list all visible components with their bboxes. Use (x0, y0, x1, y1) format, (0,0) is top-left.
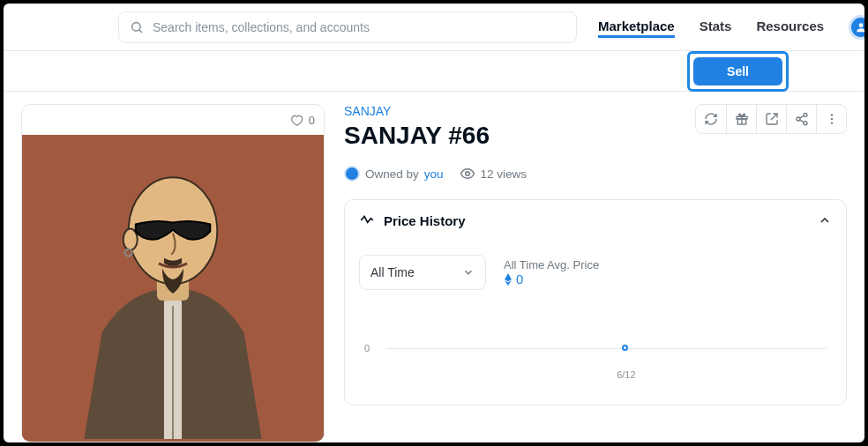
avg-price-value: 0 (504, 271, 599, 286)
owned-by-chip: Owned by you (344, 166, 444, 182)
svg-point-17 (830, 122, 832, 123)
item-title: SANJAY #66 (344, 122, 490, 150)
price-history-header[interactable]: Price History (345, 200, 846, 241)
gift-icon (735, 112, 749, 126)
profile-avatar[interactable] (849, 15, 864, 40)
nav-stats[interactable]: Stats (700, 19, 732, 35)
avg-price-number: 0 (516, 271, 523, 286)
chart-axis (385, 348, 827, 349)
owned-by-label: Owned by (365, 167, 419, 181)
main-content: 0 (4, 92, 864, 442)
collection-link[interactable]: SANJAY (344, 104, 490, 118)
owner-link[interactable]: you (424, 167, 444, 181)
external-link-icon (765, 112, 779, 126)
svg-point-2 (859, 23, 864, 27)
price-history-title: Price History (384, 213, 466, 228)
refresh-icon (704, 112, 718, 126)
time-range-value: All Time (370, 265, 415, 279)
avg-price-block: All Time Avg. Price 0 (504, 258, 599, 286)
profile-icon (855, 21, 864, 33)
nft-media-card: 0 (21, 104, 325, 442)
top-header: Marketplace Stats Resources (4, 4, 864, 51)
sell-button[interactable]: Sell (693, 57, 782, 85)
item-details: SANJAY SANJAY #66 Owned by you (344, 104, 847, 442)
chevron-up-icon (818, 213, 832, 227)
chart-x-tick: 6/12 (617, 369, 635, 380)
price-history-body: All Time All Time Avg. Price 0 0 (345, 241, 846, 405)
transfer-button[interactable] (726, 105, 756, 133)
views-chip: 12 views (460, 166, 528, 182)
nav-resources[interactable]: Resources (756, 19, 824, 35)
heart-icon[interactable] (289, 113, 303, 127)
svg-point-15 (830, 114, 832, 115)
svg-line-1 (139, 30, 142, 33)
favorite-count: 0 (309, 114, 315, 127)
svg-point-16 (830, 118, 832, 120)
svg-point-18 (465, 172, 469, 176)
owner-avatar-icon (344, 166, 360, 182)
time-range-select[interactable]: All Time (359, 255, 486, 290)
price-history-chart: 0 6/12 (364, 301, 832, 398)
external-link-button[interactable] (756, 105, 786, 133)
nav-marketplace[interactable]: Marketplace (598, 16, 675, 38)
eth-icon (504, 273, 513, 286)
top-nav: Marketplace Stats Resources (598, 15, 864, 40)
nft-artwork (22, 135, 324, 442)
more-button[interactable] (816, 105, 846, 133)
svg-point-14 (804, 122, 807, 125)
chart-y-tick: 0 (364, 343, 370, 353)
views-count: 12 views (481, 167, 528, 181)
item-action-toolbar (695, 104, 847, 134)
chevron-down-icon (462, 266, 475, 279)
eye-icon (460, 166, 475, 182)
sell-bar: Sell (4, 51, 864, 92)
search-box[interactable] (118, 11, 577, 43)
share-button[interactable] (786, 105, 816, 133)
nft-card-toolbar: 0 (22, 105, 324, 135)
svg-point-12 (804, 113, 807, 116)
search-input[interactable] (153, 20, 565, 34)
search-icon (130, 20, 144, 34)
svg-point-0 (132, 22, 140, 30)
svg-point-13 (797, 117, 800, 121)
refresh-button[interactable] (696, 105, 726, 133)
owner-row: Owned by you 12 views (344, 166, 847, 182)
activity-icon (359, 212, 375, 228)
price-history-panel: Price History All Time All Time Avg. Pri… (344, 199, 847, 405)
chart-data-point (622, 345, 628, 351)
sell-highlight: Sell (687, 51, 789, 92)
avg-price-label: All Time Avg. Price (504, 258, 599, 271)
more-vertical-icon (825, 112, 839, 126)
nft-image[interactable] (22, 135, 324, 442)
share-icon (795, 112, 809, 126)
